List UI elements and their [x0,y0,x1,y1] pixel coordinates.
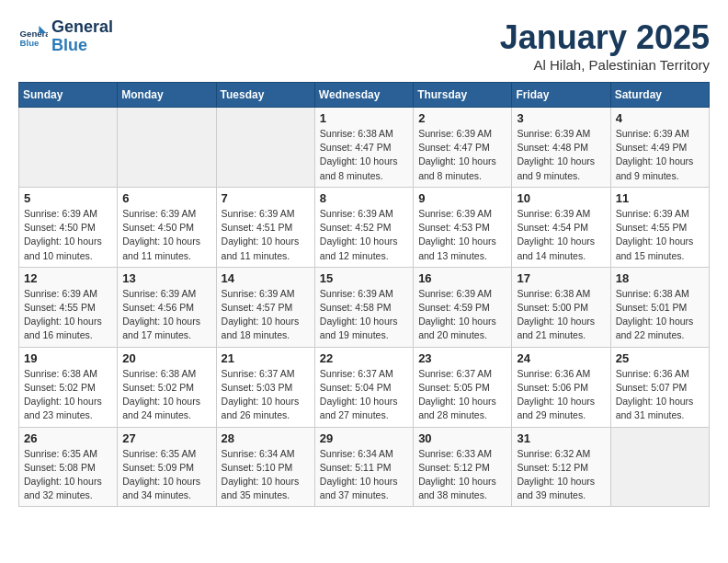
page-header: General Blue General Blue January 2025 A… [18,18,710,73]
logo-line2: Blue [51,37,113,55]
calendar-cell: 11Sunrise: 6:39 AMSunset: 4:55 PMDayligh… [610,187,709,267]
weekday-header-friday: Friday [512,83,610,108]
day-info: Sunrise: 6:39 AMSunset: 4:57 PMDaylight:… [222,287,310,343]
calendar-cell: 23Sunrise: 6:37 AMSunset: 5:05 PMDayligh… [414,347,512,427]
calendar-table: SundayMondayTuesdayWednesdayThursdayFrid… [18,82,710,507]
calendar-cell: 21Sunrise: 6:37 AMSunset: 5:03 PMDayligh… [216,347,314,427]
calendar-header: SundayMondayTuesdayWednesdayThursdayFrid… [19,83,710,108]
day-info: Sunrise: 6:38 AMSunset: 5:02 PMDaylight:… [24,367,112,423]
day-info: Sunrise: 6:39 AMSunset: 4:48 PMDaylight:… [517,127,605,183]
calendar-cell: 13Sunrise: 6:39 AMSunset: 4:56 PMDayligh… [118,267,216,347]
calendar-cell: 5Sunrise: 6:39 AMSunset: 4:50 PMDaylight… [19,187,118,267]
logo-text: General Blue [51,18,113,55]
day-info: Sunrise: 6:39 AMSunset: 4:55 PMDaylight:… [24,287,112,343]
month-title: January 2025 [500,18,710,57]
day-info: Sunrise: 6:38 AMSunset: 5:02 PMDaylight:… [122,367,210,423]
day-info: Sunrise: 6:35 AMSunset: 5:08 PMDaylight:… [24,447,112,503]
calendar-cell: 8Sunrise: 6:39 AMSunset: 4:52 PMDaylight… [314,187,413,267]
calendar-cell: 10Sunrise: 6:39 AMSunset: 4:54 PMDayligh… [512,187,610,267]
day-number: 19 [24,351,112,365]
calendar-week-row: 12Sunrise: 6:39 AMSunset: 4:55 PMDayligh… [19,267,710,347]
calendar-cell: 18Sunrise: 6:38 AMSunset: 5:01 PMDayligh… [610,267,709,347]
day-number: 24 [517,351,605,365]
calendar-cell: 24Sunrise: 6:36 AMSunset: 5:06 PMDayligh… [512,347,610,427]
location-subtitle: Al Hilah, Palestinian Territory [500,57,710,73]
calendar-cell: 3Sunrise: 6:39 AMSunset: 4:48 PMDaylight… [512,108,610,188]
day-number: 18 [616,271,704,285]
day-number: 3 [517,111,605,125]
calendar-body: 1Sunrise: 6:38 AMSunset: 4:47 PMDaylight… [19,108,710,507]
weekday-header-wednesday: Wednesday [314,83,413,108]
day-info: Sunrise: 6:37 AMSunset: 5:03 PMDaylight:… [222,367,310,423]
day-number: 15 [320,271,408,285]
day-number: 7 [222,191,310,205]
calendar-cell: 30Sunrise: 6:33 AMSunset: 5:12 PMDayligh… [414,427,512,507]
calendar-cell: 27Sunrise: 6:35 AMSunset: 5:09 PMDayligh… [118,427,216,507]
day-info: Sunrise: 6:36 AMSunset: 5:07 PMDaylight:… [616,367,704,423]
weekday-header-monday: Monday [118,83,216,108]
day-info: Sunrise: 6:39 AMSunset: 4:54 PMDaylight:… [517,207,605,263]
weekday-header-thursday: Thursday [414,83,512,108]
weekday-header-tuesday: Tuesday [216,83,314,108]
day-number: 21 [222,351,310,365]
day-info: Sunrise: 6:39 AMSunset: 4:58 PMDaylight:… [320,287,408,343]
day-info: Sunrise: 6:39 AMSunset: 4:50 PMDaylight:… [24,207,112,263]
title-block: January 2025 Al Hilah, Palestinian Terri… [500,18,710,73]
day-info: Sunrise: 6:34 AMSunset: 5:11 PMDaylight:… [320,447,408,503]
day-number: 29 [320,431,408,445]
calendar-week-row: 26Sunrise: 6:35 AMSunset: 5:08 PMDayligh… [19,427,710,507]
calendar-cell: 28Sunrise: 6:34 AMSunset: 5:10 PMDayligh… [216,427,314,507]
day-info: Sunrise: 6:35 AMSunset: 5:09 PMDaylight:… [122,447,210,503]
svg-text:Blue: Blue [20,38,40,48]
calendar-week-row: 1Sunrise: 6:38 AMSunset: 4:47 PMDaylight… [19,108,710,188]
day-info: Sunrise: 6:34 AMSunset: 5:10 PMDaylight:… [222,447,310,503]
calendar-cell: 20Sunrise: 6:38 AMSunset: 5:02 PMDayligh… [118,347,216,427]
day-number: 28 [222,431,310,445]
calendar-cell: 16Sunrise: 6:39 AMSunset: 4:59 PMDayligh… [414,267,512,347]
calendar-cell: 2Sunrise: 6:39 AMSunset: 4:47 PMDaylight… [414,108,512,188]
day-info: Sunrise: 6:37 AMSunset: 5:05 PMDaylight:… [418,367,506,423]
day-info: Sunrise: 6:32 AMSunset: 5:12 PMDaylight:… [517,447,605,503]
day-number: 6 [122,191,210,205]
day-number: 1 [320,111,408,125]
day-number: 17 [517,271,605,285]
day-number: 8 [320,191,408,205]
calendar-cell: 17Sunrise: 6:38 AMSunset: 5:00 PMDayligh… [512,267,610,347]
day-info: Sunrise: 6:38 AMSunset: 5:00 PMDaylight:… [517,287,605,343]
day-number: 23 [418,351,506,365]
day-info: Sunrise: 6:39 AMSunset: 4:51 PMDaylight:… [222,207,310,263]
day-info: Sunrise: 6:39 AMSunset: 4:47 PMDaylight:… [418,127,506,183]
day-number: 26 [24,431,112,445]
calendar-cell: 15Sunrise: 6:39 AMSunset: 4:58 PMDayligh… [314,267,413,347]
calendar-cell [19,108,118,188]
logo-line1: General [51,18,113,37]
day-number: 5 [24,191,112,205]
day-info: Sunrise: 6:33 AMSunset: 5:12 PMDaylight:… [418,447,506,503]
weekday-header-sunday: Sunday [19,83,118,108]
calendar-cell: 19Sunrise: 6:38 AMSunset: 5:02 PMDayligh… [19,347,118,427]
weekday-header-row: SundayMondayTuesdayWednesdayThursdayFrid… [19,83,710,108]
calendar-cell: 31Sunrise: 6:32 AMSunset: 5:12 PMDayligh… [512,427,610,507]
day-number: 9 [418,191,506,205]
calendar-cell [610,427,709,507]
day-number: 25 [616,351,704,365]
day-number: 2 [418,111,506,125]
day-number: 4 [616,111,704,125]
day-info: Sunrise: 6:39 AMSunset: 4:59 PMDaylight:… [418,287,506,343]
day-info: Sunrise: 6:39 AMSunset: 4:52 PMDaylight:… [320,207,408,263]
day-number: 14 [222,271,310,285]
day-number: 12 [24,271,112,285]
calendar-cell: 29Sunrise: 6:34 AMSunset: 5:11 PMDayligh… [314,427,413,507]
calendar-cell: 14Sunrise: 6:39 AMSunset: 4:57 PMDayligh… [216,267,314,347]
day-number: 31 [517,431,605,445]
day-number: 20 [122,351,210,365]
day-number: 13 [122,271,210,285]
calendar-week-row: 19Sunrise: 6:38 AMSunset: 5:02 PMDayligh… [19,347,710,427]
day-number: 16 [418,271,506,285]
svg-text:General: General [20,29,48,39]
day-info: Sunrise: 6:37 AMSunset: 5:04 PMDaylight:… [320,367,408,423]
day-number: 30 [418,431,506,445]
weekday-header-saturday: Saturday [610,83,709,108]
day-info: Sunrise: 6:39 AMSunset: 4:56 PMDaylight:… [122,287,210,343]
day-info: Sunrise: 6:39 AMSunset: 4:53 PMDaylight:… [418,207,506,263]
